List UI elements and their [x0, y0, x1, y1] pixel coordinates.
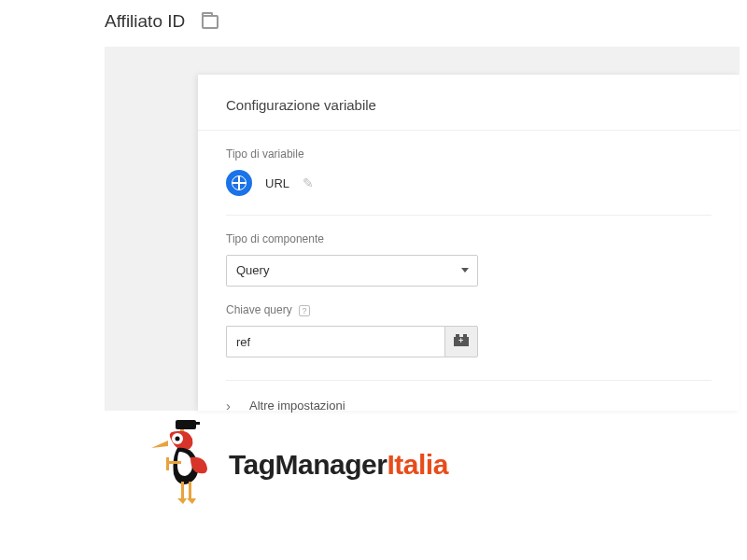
brick-icon: [454, 337, 469, 346]
component-type-label: Tipo di componente: [226, 232, 712, 245]
query-key-input[interactable]: [226, 326, 444, 357]
more-settings-label: Altre impostazioni: [249, 399, 345, 413]
insert-variable-button[interactable]: [444, 326, 478, 357]
query-key-section: Chiave query ?: [198, 287, 740, 357]
page-header: Affiliato ID: [0, 0, 747, 41]
query-key-label-text: Chiave query: [226, 303, 292, 316]
folder-icon[interactable]: [202, 15, 218, 29]
globe-icon: [226, 170, 252, 196]
component-type-select-wrap[interactable]: Query: [226, 255, 478, 287]
chevron-right-icon: ›: [226, 398, 231, 413]
variable-name-title: Affiliato ID: [105, 11, 185, 32]
panel-title: Configurazione variabile: [198, 75, 740, 131]
logo-text-part2: Italia: [387, 449, 447, 480]
svg-point-4: [176, 437, 180, 441]
variable-type-row: URL ✎: [226, 170, 712, 216]
query-key-input-row: [226, 326, 478, 357]
component-type-select[interactable]: Query: [226, 255, 478, 287]
variable-config-panel: Configurazione variabile Tipo di variabi…: [198, 75, 740, 411]
edit-variable-type-icon[interactable]: ✎: [303, 175, 314, 190]
svg-rect-1: [190, 422, 200, 425]
svg-rect-8: [166, 457, 169, 470]
variable-type-value: URL: [265, 176, 289, 190]
help-icon[interactable]: ?: [299, 305, 310, 316]
variable-type-label: Tipo di variabile: [226, 147, 712, 161]
logo-text-part1: TagManager: [229, 449, 387, 480]
svg-rect-5: [181, 482, 184, 498]
variable-type-section: Tipo di variabile URL ✎: [198, 131, 740, 216]
component-type-section: Tipo di componente Query: [198, 216, 740, 287]
woodpecker-icon: [149, 420, 219, 509]
logo-text: TagManagerItalia: [229, 449, 448, 481]
query-key-label: Chiave query ?: [226, 303, 712, 316]
brand-logo: TagManagerItalia: [149, 420, 448, 509]
svg-rect-7: [168, 461, 181, 464]
svg-rect-6: [189, 482, 191, 498]
